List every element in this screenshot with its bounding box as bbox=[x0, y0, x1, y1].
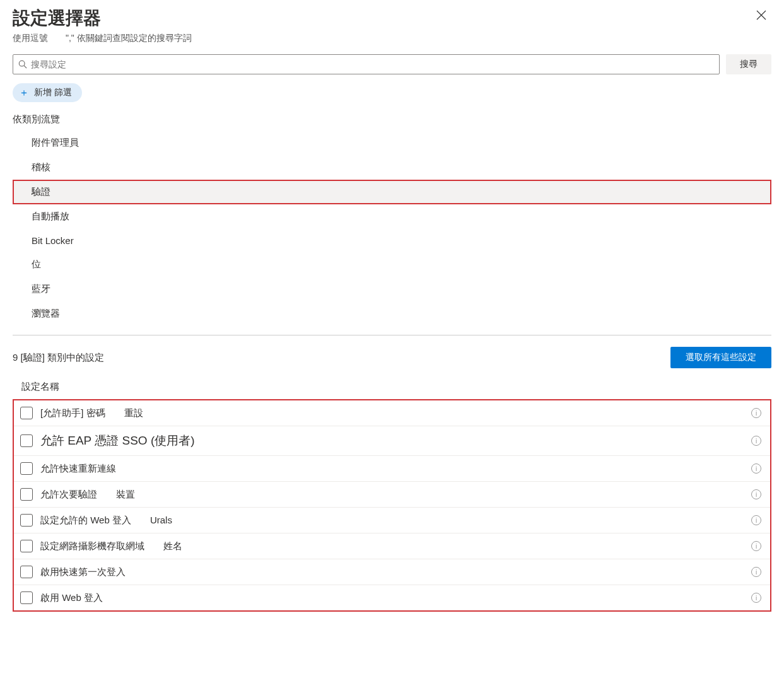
info-icon[interactable]: i bbox=[751, 463, 761, 474]
setting-row[interactable]: 設定允許的 Web 登入Uralsi bbox=[14, 508, 770, 533]
category-item[interactable]: 自動播放 bbox=[13, 204, 771, 229]
setting-row[interactable]: 允許快速重新連線i bbox=[14, 456, 770, 482]
category-item[interactable]: 藍牙 bbox=[13, 277, 771, 301]
setting-checkbox[interactable] bbox=[20, 591, 33, 604]
search-button[interactable]: 搜尋 bbox=[726, 54, 771, 74]
results-count-label: 9 [驗證] 類別中的設定 bbox=[13, 352, 104, 364]
setting-row[interactable]: 啟用快速第一次登入i bbox=[14, 559, 770, 585]
page-subtitle: 使用逗號 "," 依關鍵詞查閱設定的搜尋字詞 bbox=[13, 33, 192, 44]
info-icon[interactable]: i bbox=[751, 515, 761, 525]
add-filter-label: 新增 篩選 bbox=[34, 87, 72, 98]
select-all-button[interactable]: 選取所有這些設定 bbox=[670, 347, 771, 368]
setting-label: 允許 EAP 憑證 SSO (使用者) bbox=[40, 433, 744, 449]
setting-extra: 重設 bbox=[124, 407, 143, 418]
category-item[interactable]: 稽核 bbox=[13, 155, 771, 180]
setting-label: 允許次要驗證裝置 bbox=[40, 489, 744, 501]
settings-highlight-box: [允許助手] 密碼重設i允許 EAP 憑證 SSO (使用者)i允許快速重新連線… bbox=[13, 399, 771, 612]
setting-checkbox[interactable] bbox=[20, 462, 33, 475]
setting-checkbox[interactable] bbox=[20, 540, 33, 552]
search-input[interactable] bbox=[31, 55, 714, 73]
setting-label: 允許快速重新連線 bbox=[40, 463, 744, 475]
setting-checkbox[interactable] bbox=[20, 434, 33, 447]
search-icon bbox=[18, 60, 27, 69]
setting-label: 設定允許的 Web 登入Urals bbox=[40, 515, 744, 527]
setting-checkbox[interactable] bbox=[20, 488, 33, 501]
page-title: 設定選擇器 bbox=[13, 6, 192, 30]
setting-row[interactable]: 允許 EAP 憑證 SSO (使用者)i bbox=[14, 426, 770, 456]
add-filter-button[interactable]: ＋ 新增 篩選 bbox=[13, 83, 82, 102]
info-icon[interactable]: i bbox=[751, 593, 761, 603]
setting-row[interactable]: 允許次要驗證裝置i bbox=[14, 482, 770, 508]
info-icon[interactable]: i bbox=[751, 436, 761, 446]
setting-checkbox[interactable] bbox=[20, 407, 33, 419]
setting-checkbox[interactable] bbox=[20, 514, 33, 527]
browse-by-category-label: 依類別流覽 bbox=[13, 114, 771, 125]
setting-label: 啟用快速第一次登入 bbox=[40, 566, 744, 578]
category-item[interactable]: 驗證 bbox=[13, 180, 771, 204]
setting-label: 啟用 Web 登入 bbox=[40, 592, 744, 604]
info-icon[interactable]: i bbox=[751, 541, 761, 551]
setting-label: [允許助手] 密碼重設 bbox=[40, 407, 744, 419]
setting-label: 設定網路攝影機存取網域姓名 bbox=[40, 540, 744, 552]
settings-list-scroll[interactable]: [允許助手] 密碼重設i允許 EAP 憑證 SSO (使用者)i允許快速重新連線… bbox=[13, 399, 771, 639]
category-item[interactable]: 瀏覽器 bbox=[13, 301, 771, 326]
close-button[interactable] bbox=[751, 6, 771, 25]
plus-icon: ＋ bbox=[19, 88, 29, 98]
divider bbox=[13, 335, 771, 335]
setting-row[interactable]: 啟用 Web 登入i bbox=[14, 585, 770, 610]
search-input-container[interactable] bbox=[13, 54, 720, 74]
svg-point-0 bbox=[19, 61, 25, 66]
close-icon bbox=[756, 10, 766, 20]
setting-extra: 姓名 bbox=[163, 540, 182, 551]
info-icon[interactable]: i bbox=[751, 567, 761, 577]
category-item[interactable]: Bit Locker bbox=[13, 229, 771, 252]
setting-row[interactable]: 設定網路攝影機存取網域姓名i bbox=[14, 533, 770, 559]
column-header-setting-name: 設定名稱 bbox=[13, 377, 771, 399]
setting-extra: Urals bbox=[150, 515, 172, 525]
setting-row[interactable]: [允許助手] 密碼重設i bbox=[14, 400, 770, 426]
svg-line-1 bbox=[24, 66, 26, 68]
category-list[interactable]: 附件管理員稽核驗證自動播放Bit Locker位藍牙瀏覽器照相機 bbox=[13, 131, 771, 326]
category-item[interactable]: 位 bbox=[13, 252, 771, 277]
info-icon[interactable]: i bbox=[751, 489, 761, 499]
setting-checkbox[interactable] bbox=[20, 566, 33, 578]
info-icon[interactable]: i bbox=[751, 408, 761, 418]
setting-extra: 裝置 bbox=[116, 489, 135, 499]
category-item[interactable]: 附件管理員 bbox=[13, 131, 771, 155]
